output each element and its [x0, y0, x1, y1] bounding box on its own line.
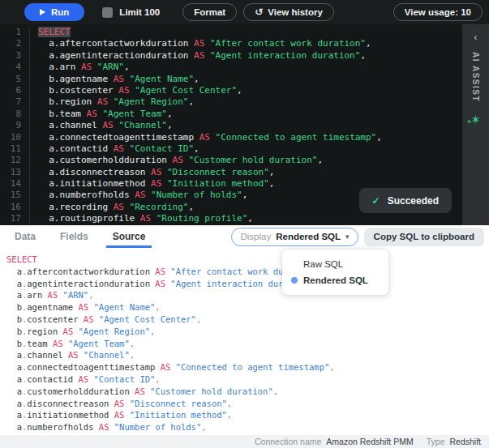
editor-code[interactable]: SELECT a.aftercontactworkduration AS "Af…	[30, 27, 382, 225]
format-button[interactable]: Format	[182, 3, 237, 21]
rendered-sql-line: a.disconnectreason AS "Disconnect reason…	[6, 398, 489, 410]
code-line: a.routingprofile AS "Routing profile",	[38, 213, 382, 224]
line-number: 8	[0, 109, 21, 120]
copy-sql-label: Copy SQL to clipboard	[374, 232, 474, 241]
top-toolbar: Run Limit 100 Format ↺ View history View…	[0, 0, 489, 24]
tab-fields[interactable]: Fields	[54, 225, 95, 248]
line-number: 5	[0, 74, 21, 85]
ai-assist-label: AI ASSIST	[471, 52, 480, 102]
line-number: 17	[0, 213, 21, 224]
rendered-sql-view: SELECT a.aftercontactworkduration AS "Af…	[0, 248, 489, 435]
view-usage-button[interactable]: View usage: 10	[393, 3, 483, 21]
limit-checkbox[interactable]	[102, 7, 113, 18]
editor-region: 1234567891011121314151617 SELECT a.after…	[0, 24, 489, 225]
code-line: a.channel AS "Channel",	[38, 120, 382, 131]
status-badge-label: Succeeded	[388, 195, 439, 207]
run-button-label: Run	[51, 7, 69, 17]
display-dropdown-menu: Raw SQLRendered SQL	[282, 250, 388, 295]
selected-radio-dot	[291, 277, 298, 284]
code-line: a.initiationmethod AS "Initiation method…	[38, 178, 382, 190]
limit-label: Limit 100	[119, 7, 160, 17]
rendered-sql-line: a.initiationmethod AS "Initiation method…	[6, 409, 489, 421]
line-number: 3	[0, 50, 21, 62]
rendered-sql-line: a.arn AS "ARN",	[6, 289, 489, 301]
view-usage-label: View usage: 10	[405, 7, 471, 17]
code-line: a.agentinteractionduration AS "Agent int…	[38, 50, 382, 62]
line-number: 7	[0, 96, 21, 108]
rendered-sql-line: a.channel AS "Channel",	[6, 349, 489, 361]
line-number: 9	[0, 120, 21, 131]
code-line: b.team AS "Agent Team",	[38, 109, 382, 120]
check-icon: ✓	[372, 195, 380, 207]
run-button[interactable]: Run	[24, 3, 84, 21]
menu-option-raw-sql[interactable]: Raw SQL	[282, 256, 388, 272]
play-icon	[40, 9, 45, 15]
type-value: Redshift	[449, 437, 481, 446]
code-line: a.connectedtoagenttimestamp AS "Connecte…	[38, 132, 382, 143]
rendered-sql-line: SELECT	[6, 254, 489, 266]
type-label: Type	[427, 437, 445, 446]
status-badge: ✓ Succeeded	[359, 188, 452, 213]
rendered-sql-line: a.aftercontactworkduration AS "After con…	[6, 266, 489, 278]
code-line: a.aftercontactworkduration AS "After con…	[38, 38, 382, 49]
copy-sql-button[interactable]: Copy SQL to clipboard	[364, 228, 484, 246]
line-number: 11	[0, 143, 21, 155]
result-tabbar: DataFieldsSource Display Rendered SQL ▾ …	[0, 225, 489, 248]
rendered-sql-line: b.agentname AS "Agent Name",	[6, 301, 489, 314]
tabs: DataFieldsSource	[8, 225, 163, 248]
rendered-sql-line: b.team AS "Agent Team",	[6, 338, 489, 350]
line-number-gutter: 1234567891011121314151617	[0, 27, 30, 225]
code-line: a.numberofholds AS "Number of holds",	[38, 190, 382, 201]
connection-statusbar: Connection name Amazon Redshift PMM Type…	[0, 435, 489, 448]
code-line: b.region AS "Agent Region",	[38, 96, 382, 108]
ai-assist-panel: ‹ AI ASSIST ✶✶	[462, 24, 489, 225]
rendered-sql-line: a.agentinteractionduration AS "Agent int…	[6, 278, 489, 290]
connection-name-label: Connection name	[255, 437, 321, 446]
code-line: b.costcenter AS "Agent Cost Center",	[38, 85, 382, 96]
code-line: a.customerholdduration AS "Customer hold…	[38, 155, 382, 166]
code-line: b.agentname AS "Agent Name",	[38, 74, 382, 85]
line-number: 13	[0, 167, 21, 178]
menu-option-rendered-sql[interactable]: Rendered SQL	[282, 272, 388, 288]
view-history-button[interactable]: ↺ View history	[243, 3, 334, 21]
rendered-sql-line: a.connectedtoagenttimestamp AS "Connecte…	[6, 361, 489, 373]
rendered-sql-line: a.numberofholds AS "Number of holds",	[6, 421, 489, 433]
line-number: 14	[0, 178, 21, 190]
code-line: a.disconnectreason AS "Disconnect reason…	[38, 167, 382, 178]
ai-sparkle-icon[interactable]: ✶✶	[470, 113, 481, 126]
collapse-chevron-icon[interactable]: ‹	[474, 32, 477, 42]
line-number: 16	[0, 202, 21, 213]
code-line: a.arn AS "ARN",	[38, 62, 382, 73]
history-icon: ↺	[255, 7, 263, 17]
connection-name-value: Amazon Redshift PMM	[326, 437, 413, 446]
tab-data[interactable]: Data	[8, 225, 42, 248]
rendered-sql-line: b.region AS "Agent Region",	[6, 326, 489, 338]
rendered-sql-line: b.costcenter AS "Agent Cost Center",	[6, 314, 489, 326]
line-number: 1	[0, 27, 21, 38]
chevron-down-icon: ▾	[345, 233, 350, 241]
line-number: 10	[0, 132, 21, 143]
code-line: a.recording AS "Recording",	[38, 202, 382, 213]
line-number: 12	[0, 155, 21, 166]
display-select-value: Rendered SQL	[276, 232, 341, 241]
format-button-label: Format	[194, 7, 225, 17]
line-number: 6	[0, 85, 21, 96]
line-number: 15	[0, 190, 21, 201]
rendered-sql-line: a.customerholdduration AS "Customer hold…	[6, 386, 489, 398]
display-select[interactable]: Display Rendered SQL ▾	[231, 228, 358, 246]
radio-dot	[291, 261, 298, 267]
tab-actions: Display Rendered SQL ▾ Copy SQL to clipb…	[231, 228, 484, 246]
display-select-label: Display	[240, 232, 271, 241]
view-history-label: View history	[268, 7, 323, 17]
code-line: a.contactid AS "Contact ID",	[38, 143, 382, 155]
line-number: 4	[0, 62, 21, 73]
line-number: 2	[0, 38, 21, 49]
tab-source[interactable]: Source	[106, 225, 152, 248]
rendered-sql-line: a.contactid AS "Contact ID",	[6, 373, 489, 386]
limit-checkbox-group: Limit 100	[102, 7, 160, 18]
code-line: SELECT	[38, 27, 382, 38]
